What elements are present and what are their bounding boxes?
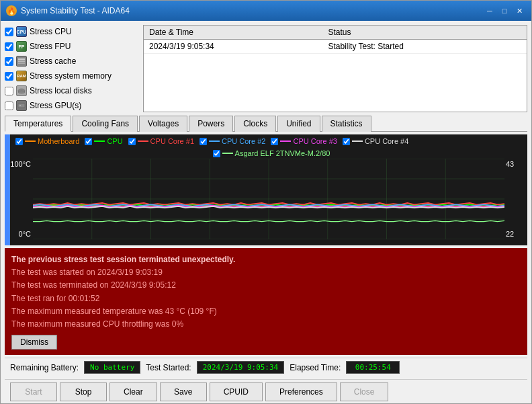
svg-rect-2: [18, 63, 25, 64]
alert-line-5: The maximum measured CPU throttling was …: [11, 318, 521, 331]
title-bar: 🔥 System Stability Test - AIDA64 ─ □ ✕: [1, 1, 531, 21]
maximize-button[interactable]: □: [498, 4, 511, 17]
fpu-icon: FP: [16, 41, 27, 52]
stop-button[interactable]: Stop: [60, 382, 107, 401]
tab-unified[interactable]: Unified: [277, 116, 320, 132]
log-datetime: 2024/3/19 9:05:34: [144, 40, 322, 54]
legend-core4: CPU Core #4: [343, 137, 408, 145]
chart-container: Motherboard CPU CPU Core #1 CPU Core #2: [5, 134, 527, 245]
y-axis: 100°C 0°C: [7, 159, 31, 239]
stress-memory-checkbox[interactable]: [5, 72, 13, 81]
battery-label: Remaining Battery:: [10, 363, 79, 372]
content-area: CPU Stress CPU FP Stress FPU Stress cach…: [1, 21, 531, 403]
log-status: Stability Test: Started: [322, 40, 527, 54]
legend-core4-label: CPU Core #4: [365, 137, 408, 145]
legend-core1-check[interactable]: [128, 138, 136, 145]
stress-gpu-checkbox[interactable]: [5, 102, 13, 110]
svg-point-5: [18, 91, 25, 93]
legend-core1-label: CPU Core #1: [150, 137, 194, 145]
alert-line-3: The test ran for 00:01:52: [11, 292, 521, 305]
log-col-datetime: Date & Time: [144, 26, 322, 40]
stress-options-panel: CPU Stress CPU FP Stress FPU Stress cach…: [5, 25, 139, 112]
app-icon: 🔥: [6, 5, 17, 16]
tab-cooling-fans[interactable]: Cooling Fans: [73, 116, 138, 132]
minimize-button[interactable]: ─: [483, 4, 496, 17]
stress-fpu-label: Stress FPU: [30, 42, 71, 51]
legend-core3-label: CPU Core #3: [293, 137, 337, 145]
temperature-chart-svg: [33, 159, 504, 239]
save-button[interactable]: Save: [160, 382, 207, 401]
chart-legend-row2: Asgard ELF 2TNVMe-M.2/80: [5, 148, 527, 159]
bottom-buttons: Start Stop Clear Save CPUID Preferences …: [5, 379, 527, 403]
tab-statistics[interactable]: Statistics: [322, 116, 371, 132]
cpu-icon: CPU: [16, 26, 27, 37]
dismiss-button[interactable]: Dismiss: [11, 335, 57, 350]
legend-cpu-check[interactable]: [85, 138, 92, 145]
stress-cache-label: Stress cache: [30, 56, 76, 66]
legend-ssd: Asgard ELF 2TNVMe-M.2/80: [213, 149, 330, 157]
legend-motherboard-check[interactable]: [15, 138, 23, 145]
legend-ssd-check[interactable]: [213, 150, 220, 157]
legend-ssd-line: [222, 153, 233, 154]
legend-core1: CPU Core #1: [128, 137, 194, 145]
cpuid-button[interactable]: CPUID: [210, 382, 263, 401]
svg-rect-7: [19, 105, 21, 106]
disk-icon: [16, 85, 27, 96]
gpu-icon: [16, 100, 27, 111]
tab-powers[interactable]: Powers: [189, 116, 233, 132]
test-started-value: 2024/3/19 9:05:34: [197, 361, 285, 374]
alert-line-4: The maximum measured temperature was 43 …: [11, 305, 521, 318]
chart-area: 100°C 0°C: [7, 159, 525, 239]
battery-value: No battery: [84, 361, 140, 374]
stress-cpu-checkbox[interactable]: [5, 28, 13, 36]
y-values: 43 22: [506, 159, 525, 239]
stress-gpu-item: Stress GPU(s): [5, 99, 139, 112]
preferences-button[interactable]: Preferences: [265, 382, 337, 401]
stress-memory-item: RAM Stress system memory: [5, 69, 139, 83]
legend-core2-check[interactable]: [200, 138, 207, 145]
y-value-bottom: 22: [506, 230, 525, 238]
close-window-button[interactable]: ✕: [513, 4, 526, 17]
memory-icon: RAM: [16, 71, 27, 81]
start-button[interactable]: Start: [10, 382, 57, 401]
tab-temperatures[interactable]: Temperatures: [5, 116, 71, 132]
svg-rect-1: [18, 60, 25, 62]
y-value-top: 43: [506, 160, 525, 168]
legend-core2-label: CPU Core #2: [222, 137, 265, 145]
chart-legend-row1: Motherboard CPU CPU Core #1 CPU Core #2: [5, 134, 527, 148]
legend-core2-line: [209, 140, 220, 142]
legend-motherboard: Motherboard: [15, 137, 79, 145]
top-section: CPU Stress CPU FP Stress FPU Stress cach…: [5, 25, 527, 112]
alert-box: The previous stress test session termina…: [5, 248, 527, 355]
window-title: System Stability Test - AIDA64: [21, 6, 483, 15]
stress-cache-checkbox[interactable]: [5, 57, 13, 66]
clear-button[interactable]: Clear: [109, 382, 157, 401]
alert-line-0: The previous stress test session termina…: [11, 253, 521, 266]
tab-bar: Temperatures Cooling Fans Voltages Power…: [5, 115, 527, 132]
stress-fpu-item: FP Stress FPU: [5, 40, 139, 53]
tab-clocks[interactable]: Clocks: [234, 116, 276, 132]
elapsed-label: Elapsed Time:: [290, 363, 341, 372]
legend-motherboard-line: [25, 140, 36, 142]
stress-disk-checkbox[interactable]: [5, 87, 13, 95]
main-window: 🔥 System Stability Test - AIDA64 ─ □ ✕ C…: [0, 0, 532, 404]
legend-core3: CPU Core #3: [271, 137, 337, 145]
log-table: Date & Time Status 2024/3/19 9:05:34 Sta…: [144, 26, 527, 54]
legend-core4-line: [352, 140, 363, 142]
log-row: 2024/3/19 9:05:34 Stability Test: Starte…: [144, 40, 527, 54]
alert-line-2: The test was terminated on 2024/3/19 9:0…: [11, 279, 521, 292]
log-col-status: Status: [322, 26, 527, 40]
close-button[interactable]: Close: [340, 382, 389, 401]
y-axis-bottom: 0°C: [7, 230, 31, 238]
stress-disk-item: Stress local disks: [5, 84, 139, 97]
stress-fpu-checkbox[interactable]: [5, 42, 13, 51]
legend-cpu-line: [94, 140, 105, 142]
legend-core4-check[interactable]: [343, 138, 350, 145]
tab-voltages[interactable]: Voltages: [139, 116, 187, 132]
legend-core3-line: [280, 140, 291, 142]
svg-rect-0: [18, 58, 25, 60]
cache-icon: [16, 56, 27, 67]
elapsed-value: 00:25:54: [346, 361, 400, 374]
alert-line-1: The test was started on 2024/3/19 9:03:1…: [11, 266, 521, 279]
legend-core3-check[interactable]: [271, 138, 278, 145]
